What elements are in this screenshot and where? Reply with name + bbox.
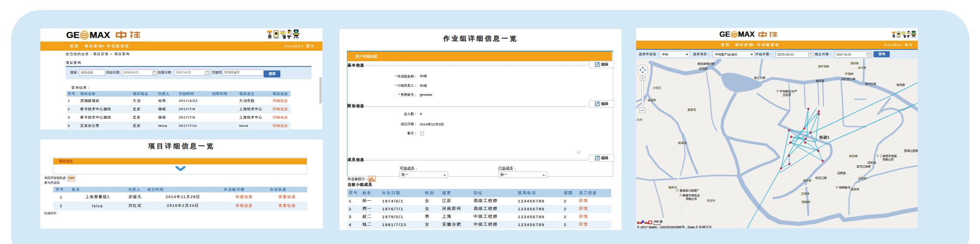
svg-text:康泰新力模塑厂: 康泰新力模塑厂	[679, 189, 700, 192]
svg-text:金屋村: 金屋村	[647, 98, 656, 102]
svg-text:迈乾路: 迈乾路	[867, 161, 876, 164]
svg-text:舍叶区桥: 舍叶区桥	[865, 82, 877, 86]
svg-text:© 2017 Baidu - GS(2016)2089号 -: © 2017 Baidu - GS(2016)2089号 - Data © 长地…	[637, 225, 712, 228]
svg-text:轨迹1: 轨迹1	[819, 135, 829, 139]
svg-text:秀田村: 秀田村	[850, 62, 859, 65]
svg-text:杨叶路: 杨叶路	[815, 79, 824, 83]
svg-text:加叶坝村: 加叶坝村	[818, 65, 829, 68]
svg-text:du: du	[644, 221, 649, 225]
svg-text:厦新宅: 厦新宅	[687, 108, 696, 112]
svg-text:水斗村: 水斗村	[858, 66, 867, 70]
svg-text:王家埭: 王家埭	[801, 192, 810, 195]
svg-text:二海恩宇包装: 二海恩宇包装	[880, 154, 897, 158]
svg-text:连亮路: 连亮路	[699, 67, 708, 70]
svg-text:林泽镇: 林泽镇	[849, 154, 858, 158]
svg-text:特宝江桥: 特宝江桥	[815, 176, 827, 180]
svg-text:南通华星纸业: 南通华星纸业	[683, 194, 700, 197]
svg-text:Bai: Bai	[637, 221, 642, 225]
svg-text:迈农村: 迈农村	[858, 177, 867, 180]
svg-text:高叶渡口桥: 高叶渡口桥	[841, 77, 856, 81]
svg-text:陈家海: 陈家海	[678, 141, 687, 145]
svg-text:200 米: 200 米	[654, 220, 663, 223]
svg-text:夹若圩: 夹若圩	[707, 199, 715, 202]
svg-text:西园村: 西园村	[801, 200, 810, 204]
svg-text:珍高路: 珍高路	[896, 83, 905, 87]
svg-text:袁农村: 袁农村	[803, 179, 812, 182]
svg-text:晒布圩: 晒布圩	[669, 186, 677, 189]
svg-text:叶甸附近次产: 叶甸附近次产	[780, 90, 797, 93]
svg-text:叶善村: 叶善村	[845, 72, 854, 76]
svg-text:有限公司: 有限公司	[686, 197, 697, 200]
svg-text:吗明教寺: 吗明教寺	[839, 186, 851, 189]
svg-text:亚湾江海桥: 亚湾江海桥	[856, 165, 871, 168]
svg-text:杨家村: 杨家村	[850, 188, 860, 191]
svg-text:卫生室: 卫生室	[782, 93, 791, 96]
svg-text:小张王: 小张王	[653, 86, 662, 90]
svg-text:有限公司: 有限公司	[882, 158, 894, 161]
svg-text:南张港鄂沙桥: 南张港鄂沙桥	[697, 62, 715, 66]
svg-text:港江大桥: 港江大桥	[754, 76, 766, 80]
svg-text:大圩: 大圩	[637, 118, 643, 121]
svg-text:西璜江西桥: 西璜江西桥	[904, 149, 918, 153]
svg-text:迈辉路: 迈辉路	[837, 171, 846, 175]
